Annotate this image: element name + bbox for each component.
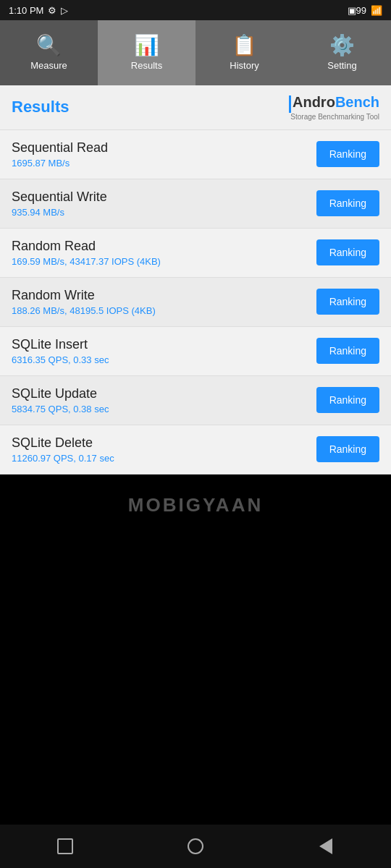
result-item: Random Read 169.59 MB/s, 43417.37 IOPS (… bbox=[0, 229, 391, 278]
result-info: Sequential Read 1695.87 MB/s bbox=[12, 140, 316, 169]
result-info: SQLite Insert 6316.35 QPS, 0.33 sec bbox=[12, 337, 316, 365]
history-icon: 📋 bbox=[232, 35, 257, 56]
result-info: SQLite Update 5834.75 QPS, 0.38 sec bbox=[12, 386, 316, 414]
ranking-button[interactable]: Ranking bbox=[316, 239, 379, 265]
settings-icon: ⚙ bbox=[48, 5, 56, 16]
home-button[interactable] bbox=[182, 833, 209, 859]
brand-logo: AndroBench Storage Benchmarking Tool bbox=[289, 94, 379, 121]
results-header: Results AndroBench Storage Benchmarking … bbox=[0, 85, 391, 130]
battery-icon: ▣99 bbox=[348, 5, 366, 16]
tab-results-label: Results bbox=[131, 60, 162, 71]
result-value: 169.59 MB/s, 43417.37 IOPS (4KB) bbox=[12, 256, 316, 267]
result-name: Sequential Read bbox=[12, 140, 316, 156]
tab-results[interactable]: 📊 Results bbox=[98, 20, 196, 85]
result-item: Sequential Read 1695.87 MB/s Ranking bbox=[0, 130, 391, 179]
ranking-button[interactable]: Ranking bbox=[316, 387, 379, 413]
result-name: SQLite Insert bbox=[12, 337, 316, 352]
result-item: SQLite Insert 6316.35 QPS, 0.33 sec Rank… bbox=[0, 327, 391, 376]
result-item: Sequential Write 935.94 MB/s Ranking bbox=[0, 179, 391, 229]
status-left: 1:10 PM ⚙ ▷ bbox=[9, 5, 68, 16]
cast-icon: ▷ bbox=[61, 5, 68, 16]
result-value: 1695.87 MB/s bbox=[12, 158, 316, 169]
tab-measure[interactable]: 🔍 Measure bbox=[0, 20, 98, 85]
brand-subtitle: Storage Benchmarking Tool bbox=[289, 113, 379, 121]
result-name: Sequential Write bbox=[12, 190, 316, 205]
brand-bar bbox=[289, 95, 291, 113]
result-item: Random Write 188.26 MB/s, 48195.5 IOPS (… bbox=[0, 278, 391, 327]
result-value: 5834.75 QPS, 0.38 sec bbox=[12, 404, 316, 414]
ranking-button[interactable]: Ranking bbox=[316, 436, 379, 462]
back-icon bbox=[319, 838, 332, 854]
result-info: Random Write 188.26 MB/s, 48195.5 IOPS (… bbox=[12, 288, 316, 316]
bottom-nav bbox=[0, 825, 391, 868]
watermark: MOBIGYAAN bbox=[128, 494, 263, 516]
result-name: SQLite Update bbox=[12, 386, 316, 401]
measure-icon: 🔍 bbox=[36, 35, 62, 56]
result-value: 6316.35 QPS, 0.33 sec bbox=[12, 354, 316, 365]
result-name: Random Read bbox=[12, 239, 316, 254]
recent-apps-icon bbox=[57, 838, 73, 854]
recent-apps-button[interactable] bbox=[52, 833, 78, 859]
result-name: Random Write bbox=[12, 288, 316, 303]
wifi-icon: 📶 bbox=[371, 5, 382, 16]
brand-name: AndroBench bbox=[289, 97, 379, 109]
tab-history[interactable]: 📋 History bbox=[196, 20, 293, 85]
result-value: 188.26 MB/s, 48195.5 IOPS (4KB) bbox=[12, 305, 316, 316]
ranking-button[interactable]: Ranking bbox=[316, 141, 379, 167]
tab-setting[interactable]: ⚙️ Setting bbox=[293, 20, 391, 85]
home-icon bbox=[188, 838, 203, 854]
back-button[interactable] bbox=[313, 833, 339, 859]
setting-icon: ⚙️ bbox=[329, 35, 355, 56]
ranking-button[interactable]: Ranking bbox=[316, 338, 379, 364]
ranking-button[interactable]: Ranking bbox=[316, 289, 379, 315]
ranking-button[interactable]: Ranking bbox=[316, 190, 379, 216]
page-title: Results bbox=[12, 98, 69, 116]
nav-tabs: 🔍 Measure 📊 Results 📋 History ⚙️ Setting bbox=[0, 20, 391, 85]
result-value: 11260.97 QPS, 0.17 sec bbox=[12, 453, 316, 464]
result-item: SQLite Delete 11260.97 QPS, 0.17 sec Ran… bbox=[0, 425, 391, 475]
tab-history-label: History bbox=[230, 60, 258, 71]
time-display: 1:10 PM bbox=[9, 5, 43, 16]
result-name: SQLite Delete bbox=[12, 435, 316, 451]
result-info: Random Read 169.59 MB/s, 43417.37 IOPS (… bbox=[12, 239, 316, 267]
main-content: Results AndroBench Storage Benchmarking … bbox=[0, 85, 391, 825]
result-value: 935.94 MB/s bbox=[12, 207, 316, 218]
tab-measure-label: Measure bbox=[30, 60, 67, 71]
results-list: Sequential Read 1695.87 MB/s Ranking Seq… bbox=[0, 130, 391, 475]
status-bar: 1:10 PM ⚙ ▷ ▣99 📶 bbox=[0, 0, 391, 20]
results-icon: 📊 bbox=[134, 35, 159, 56]
status-right: ▣99 📶 bbox=[348, 5, 382, 16]
result-info: SQLite Delete 11260.97 QPS, 0.17 sec bbox=[12, 435, 316, 464]
result-info: Sequential Write 935.94 MB/s bbox=[12, 190, 316, 218]
result-item: SQLite Update 5834.75 QPS, 0.38 sec Rank… bbox=[0, 376, 391, 425]
tab-setting-label: Setting bbox=[327, 60, 356, 71]
